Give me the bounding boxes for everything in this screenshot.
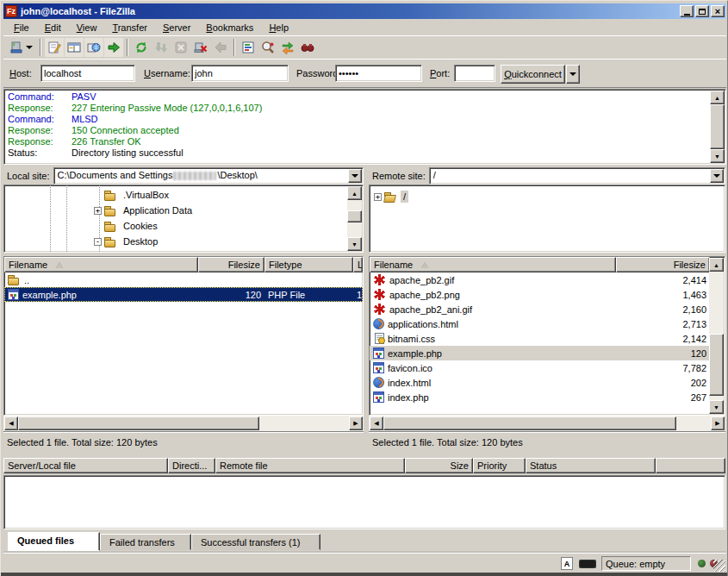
menu-view[interactable]: View xyxy=(69,21,105,34)
collapse-minus-icon[interactable] xyxy=(94,238,102,246)
scroll-thumb[interactable] xyxy=(709,334,724,396)
resize-grip[interactable] xyxy=(713,560,725,572)
port-input[interactable] xyxy=(454,65,495,82)
scroll-thumb[interactable] xyxy=(383,416,676,430)
file-row-example-php[interactable]: example.php 120 PHP File 1 xyxy=(4,287,363,302)
directory-comparison-button[interactable] xyxy=(258,38,277,57)
password-input[interactable] xyxy=(335,65,422,82)
toggle-message-log-button[interactable] xyxy=(45,38,64,57)
column-label: Remote file xyxy=(220,460,268,471)
menu-bookmarks[interactable]: Bookmarks xyxy=(198,21,261,34)
column-header-status[interactable]: Status xyxy=(526,458,656,473)
tab-queued-files[interactable]: Queued files xyxy=(8,532,100,551)
toggle-transfer-queue-button[interactable] xyxy=(104,38,123,57)
scroll-down-icon[interactable]: ▼ xyxy=(710,149,725,163)
tree-item-application-data[interactable]: Application Data xyxy=(4,203,363,218)
scroll-thumb[interactable] xyxy=(347,210,362,222)
file-row[interactable]: apache_pb2.gif2,414 xyxy=(370,272,710,287)
local-site-combo[interactable]: C:\Documents and Settings\Desktop\ xyxy=(53,167,364,185)
scroll-down-icon[interactable]: ▼ xyxy=(347,237,362,251)
menu-file[interactable]: File xyxy=(6,21,37,34)
tree-item-desktop[interactable]: Desktop xyxy=(4,234,363,249)
process-queue-button[interactable] xyxy=(152,38,171,57)
menu-help[interactable]: Help xyxy=(261,21,296,34)
scroll-right-icon[interactable]: ▶ xyxy=(349,416,363,430)
column-header-last-modified[interactable]: L xyxy=(353,257,363,272)
toggle-remote-tree-button[interactable] xyxy=(84,38,103,57)
file-size: 2,142 xyxy=(616,331,710,346)
tab-failed-transfers[interactable]: Failed transfers xyxy=(100,534,191,550)
scroll-down-icon[interactable]: ▼ xyxy=(709,400,724,414)
scroll-up-icon[interactable]: ▲ xyxy=(710,91,725,104)
quickconnect-dropdown-button[interactable] xyxy=(566,65,580,84)
column-header-size[interactable]: Size xyxy=(405,458,473,473)
toggle-local-tree-button[interactable] xyxy=(65,38,84,57)
file-row[interactable]: applications.html2,713 xyxy=(370,316,710,331)
remote-site-dropdown-button[interactable] xyxy=(710,169,724,183)
host-input[interactable] xyxy=(40,65,135,82)
synchronized-browsing-button[interactable] xyxy=(278,38,297,57)
apache-file-icon xyxy=(373,289,386,300)
column-label: Status xyxy=(530,460,557,471)
expand-plus-icon[interactable] xyxy=(94,207,102,215)
username-input[interactable] xyxy=(191,65,289,82)
column-header-filename[interactable]: Filename xyxy=(370,257,616,272)
scroll-left-icon[interactable]: ◀ xyxy=(370,416,383,430)
scroll-left-icon[interactable]: ◀ xyxy=(4,416,18,430)
file-row-parent-dir[interactable]: .. xyxy=(4,272,363,287)
refresh-button[interactable] xyxy=(132,38,151,57)
directory-listing-filters-button[interactable] xyxy=(239,38,258,57)
file-row[interactable]: apache_pb2_ani.gif2,160 xyxy=(370,302,710,316)
maximize-button[interactable] xyxy=(695,5,709,17)
column-header-remote-file[interactable]: Remote file xyxy=(215,458,405,473)
menu-edit[interactable]: Edit xyxy=(37,21,69,34)
tree-item-label: Application Data xyxy=(121,204,195,216)
file-row[interactable]: index.html202 xyxy=(370,375,710,390)
site-manager-button[interactable] xyxy=(7,38,36,57)
scroll-right-icon[interactable]: ▶ xyxy=(711,416,725,430)
quickconnect-button[interactable]: Quickconnect xyxy=(501,65,565,84)
file-row[interactable]: apache_pb2.png1,463 xyxy=(370,287,710,302)
menu-transfer[interactable]: Transfer xyxy=(104,21,155,34)
column-header-server-local-file[interactable]: Server/Local file xyxy=(3,458,168,473)
tree-item-virtualbox[interactable]: .VirtualBox xyxy=(4,187,363,203)
column-header-priority[interactable]: Priority xyxy=(473,458,526,473)
minimize-button[interactable] xyxy=(680,5,694,17)
column-header-direction[interactable]: Directi... xyxy=(168,458,215,473)
local-site-dropdown-button[interactable] xyxy=(348,169,362,183)
column-header-filename[interactable]: Filename xyxy=(4,257,198,272)
reconnect-button[interactable] xyxy=(211,38,230,57)
file-row-example-php[interactable]: example.php120 xyxy=(370,346,710,360)
file-row[interactable]: bitnami.css2,142 xyxy=(370,331,710,346)
remote-site-combo[interactable]: / xyxy=(429,167,725,185)
log-scrollbar[interactable]: ▲ ▼ xyxy=(710,91,725,163)
remote-list-scrollbar[interactable]: ▲ ▼ xyxy=(709,258,724,414)
column-label: L xyxy=(358,260,363,270)
local-hscrollbar[interactable]: ◀ ▶ xyxy=(3,416,364,431)
quickconnect-bar: Host: Username: Password: Port: Quickcon… xyxy=(3,59,726,88)
file-type: PHP File xyxy=(264,287,353,302)
scroll-thumb[interactable] xyxy=(18,416,259,430)
scroll-up-icon[interactable]: ▲ xyxy=(709,258,724,272)
tree-item-cookies[interactable]: Cookies xyxy=(4,218,363,234)
file-row[interactable]: index.php267 xyxy=(370,390,710,404)
close-button[interactable]: × xyxy=(711,5,725,17)
queue-view-icon xyxy=(107,41,121,54)
column-header-filesize[interactable]: Filesize xyxy=(198,257,264,272)
disconnect-button[interactable] xyxy=(191,38,210,57)
menu-server[interactable]: Server xyxy=(155,21,198,34)
column-header-filetype[interactable]: Filetype xyxy=(264,257,353,272)
file-row[interactable]: favicon.ico7,782 xyxy=(370,360,710,375)
column-header-filesize[interactable]: Filesize xyxy=(616,257,710,272)
tree-item-root[interactable]: / xyxy=(370,189,725,204)
scroll-thumb[interactable] xyxy=(710,104,725,149)
process-queue-icon xyxy=(154,41,168,54)
expand-plus-icon[interactable] xyxy=(374,193,382,201)
local-tree-scrollbar[interactable]: ▲ ▼ xyxy=(347,186,362,251)
remote-hscrollbar[interactable]: ◀ ▶ xyxy=(369,416,725,431)
queue-body[interactable] xyxy=(3,475,725,529)
scroll-up-icon[interactable]: ▲ xyxy=(347,186,362,200)
cancel-button[interactable] xyxy=(171,38,190,57)
find-files-button[interactable] xyxy=(298,38,317,57)
tab-successful-transfers[interactable]: Successful transfers (1) xyxy=(191,534,320,550)
